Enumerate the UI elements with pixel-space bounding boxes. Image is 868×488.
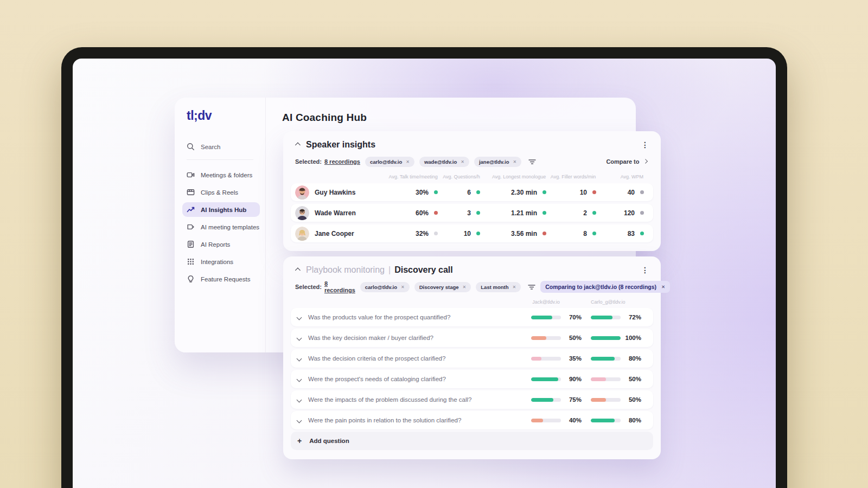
close-icon[interactable]: ✕ [661, 284, 665, 290]
chevron-down-icon [297, 356, 302, 361]
wpm-value: 120 [624, 209, 635, 217]
progress-bar-right [591, 357, 621, 361]
percent-left: 35% [565, 355, 582, 362]
search-button[interactable]: Search [187, 143, 265, 151]
title-separator: | [388, 265, 391, 274]
laptop-frame: tl;dv Search Meetings & folders Clips & … [61, 47, 787, 488]
filter-chip[interactable]: Discovery stage✕ [414, 282, 471, 292]
chevron-right-icon [643, 159, 647, 164]
tldv-logo: tl;dv [187, 108, 265, 123]
monologue-value: 2.30 min [511, 189, 537, 196]
sidebar-item-label: Meetings & folders [201, 172, 252, 178]
questions-value: 10 [464, 230, 471, 237]
sidebar-item-integrations[interactable]: Integrations [182, 254, 260, 269]
filler-words-value: 8 [583, 230, 587, 237]
chevron-up-icon [295, 142, 301, 147]
percent-right: 80% [625, 417, 641, 423]
sidebar-item-ai-meeting-templates[interactable]: AI meeting templates [182, 220, 260, 234]
collapse-button[interactable] [295, 268, 299, 272]
status-dot [476, 211, 480, 215]
chip-label: Discovery stage [419, 284, 459, 290]
sidebar-item-label: Clips & Reels [201, 189, 238, 196]
sidebar-item-ai-reports[interactable]: AI Reports [182, 237, 260, 252]
wpm-value: 40 [628, 189, 635, 196]
sidebar-item-meetings-folders[interactable]: Meetings & folders [182, 168, 260, 182]
status-dot [542, 211, 546, 215]
panel-title: Speaker insights [306, 140, 375, 150]
playbook-question-row[interactable]: Were the prospect's needs of cataloging … [291, 370, 653, 388]
questions-value: 3 [467, 209, 471, 217]
compare-to-label: Compare to [606, 158, 639, 165]
discovery-call-label: Discovery call [394, 265, 453, 274]
playbook-header: Playbook monitoring|Discovery call ⋮ [291, 263, 653, 277]
chip-label: wade@tldv.io [424, 159, 457, 165]
filter-chip[interactable]: carlo@tldv.io✕ [365, 157, 414, 167]
percent-left: 75% [565, 396, 582, 403]
column-header: Carlo_g@tldv.io [591, 299, 621, 305]
kebab-menu-icon[interactable]: ⋮ [639, 141, 651, 149]
close-icon[interactable]: ✕ [463, 285, 467, 290]
playbook-question-row[interactable]: Was the key decision maker / buyer clari… [291, 329, 653, 347]
status-dot [640, 232, 644, 235]
avatar [295, 206, 309, 220]
filter-chip[interactable]: Last month✕ [476, 282, 521, 292]
playbook-question-row[interactable]: Was the decision criteria of the prospec… [291, 349, 653, 368]
playbook-question-row[interactable]: Was the products value for the prospect … [291, 308, 653, 326]
filter-lines-icon[interactable] [528, 158, 536, 165]
playbook-question-row[interactable]: Were the pain points in relation to the … [291, 411, 653, 429]
playbook-question-row[interactable]: Were the impacts of the problem discusse… [291, 390, 653, 409]
table-row: Guy Hawkins 30% 6 2.30 min 10 40 [291, 183, 653, 201]
sidebar-item-clips-reels[interactable]: Clips & Reels [182, 185, 260, 200]
chevron-down-icon [297, 335, 302, 341]
column-header: Jack@tldv.io [531, 299, 561, 305]
table-row: Jane Cooper 32% 10 3.56 min 8 83 [291, 224, 653, 242]
filter-chip[interactable]: wade@tldv.io✕ [419, 157, 469, 167]
trend-line-icon [187, 206, 195, 214]
close-icon[interactable]: ✕ [406, 159, 410, 164]
sidebar-nav: Meetings & folders Clips & Reels AI Insi… [182, 168, 265, 286]
add-question-button[interactable]: + Add question [291, 432, 653, 450]
sidebar-item-feature-requests[interactable]: Feature Requests [182, 272, 260, 286]
speaker-insights-panel: Speaker insights ⋮ Selected: 8 recording… [283, 131, 661, 251]
chip-label: Last month [481, 284, 508, 290]
progress-bar-left [531, 419, 561, 422]
speaker-filter-row: Selected: 8 recordings carlo@tldv.io✕ wa… [295, 156, 651, 168]
close-icon[interactable]: ✕ [513, 285, 516, 290]
selected-label: Selected: [295, 158, 322, 165]
percent-right: 50% [625, 396, 641, 403]
close-icon[interactable]: ✕ [401, 285, 405, 290]
monologue-value: 3.56 min [511, 230, 537, 237]
search-label: Search [201, 144, 220, 150]
compare-to-button[interactable]: Compare to [606, 158, 651, 165]
comparing-to-chip[interactable]: Comparing to jack@tldv.io (8 recordings)… [540, 281, 670, 293]
percent-right: 50% [625, 376, 641, 382]
chip-label: carlo@tldv.io [365, 284, 397, 290]
question-text: Was the products value for the prospect … [308, 314, 531, 320]
status-dot [640, 211, 644, 215]
speaker-name: Jane Cooper [315, 230, 388, 237]
kebab-menu-icon[interactable]: ⋮ [639, 266, 651, 274]
selected-recordings-link[interactable]: 8 recordings [324, 158, 360, 165]
status-dot [476, 190, 480, 194]
add-question-label: Add question [309, 438, 349, 444]
filter-chip[interactable]: carlo@tldv.io✕ [360, 282, 410, 292]
question-text: Was the decision criteria of the prospec… [308, 355, 531, 362]
chip-label: carlo@tldv.io [370, 159, 402, 165]
filter-lines-icon[interactable] [528, 284, 535, 290]
filter-chip[interactable]: jane@tldv.io✕ [474, 157, 521, 167]
plus-icon: + [297, 436, 302, 445]
close-icon[interactable]: ✕ [461, 159, 464, 164]
lightbulb-icon [187, 275, 195, 283]
percent-left: 70% [565, 314, 582, 320]
column-header: Avg. Longest monologue [480, 174, 546, 179]
percent-left: 90% [565, 376, 582, 382]
close-icon[interactable]: ✕ [513, 159, 516, 164]
sidebar-item-ai-insights-hub[interactable]: AI Insights Hub [182, 202, 260, 217]
selected-recordings-link[interactable]: 8 recordings [324, 280, 355, 293]
chevron-up-icon [295, 267, 301, 273]
status-dot [592, 190, 596, 194]
progress-bar-right [591, 336, 621, 340]
collapse-button[interactable] [295, 143, 299, 147]
page-title: AI Coaching Hub [282, 112, 636, 124]
status-dot [434, 232, 438, 235]
